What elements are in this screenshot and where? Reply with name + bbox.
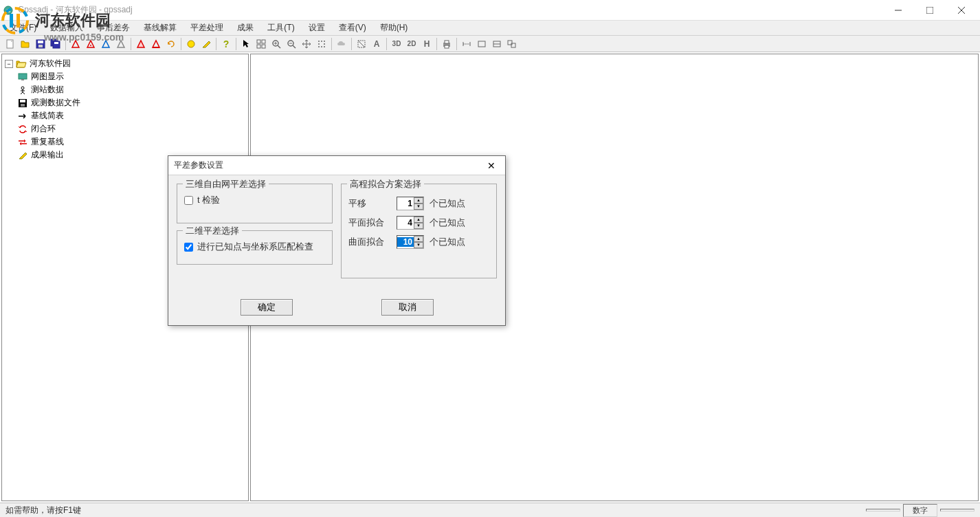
tree-item-repeat[interactable]: 重复基线 xyxy=(17,135,245,148)
grid-icon[interactable] xyxy=(254,37,268,51)
spin-down-icon[interactable]: ▼ xyxy=(414,223,423,229)
tri-gray-icon[interactable] xyxy=(114,37,128,51)
menu-view[interactable]: 查看(V) xyxy=(332,21,373,35)
group-2d: 二维平差选择 进行已知点与坐标系匹配检查 xyxy=(177,230,333,265)
tree-collapse-icon[interactable]: − xyxy=(5,60,13,68)
tri-red4-icon[interactable] xyxy=(149,37,163,51)
tree-item-station[interactable]: 测站数据 xyxy=(17,83,245,96)
cancel-button[interactable]: 取消 xyxy=(381,299,434,316)
svg-point-57 xyxy=(21,87,24,89)
spin-down-icon[interactable]: ▼ xyxy=(414,242,423,248)
coord-check-label: 进行已知点与坐标系匹配检查 xyxy=(197,241,313,253)
window-title: Gpssadj - 河东软件园 - gpssadj xyxy=(18,4,882,16)
menu-result[interactable]: 成果 xyxy=(230,21,260,35)
param-translate-label: 平移 xyxy=(348,197,397,210)
zoomin-icon[interactable] xyxy=(269,37,283,51)
menu-data-input[interactable]: 数据输入 xyxy=(43,21,90,35)
menubar: 文件(F) 数据输入 事后差务 基线解算 平差处理 成果 工具(T) 设置 查看… xyxy=(0,21,980,36)
tree-root-label: 河东软件园 xyxy=(30,58,71,69)
svg-rect-13 xyxy=(38,45,43,47)
param-surface-input[interactable] xyxy=(397,237,414,247)
menu-help[interactable]: 帮助(H) xyxy=(373,21,415,35)
tree-item-obsfile[interactable]: 观测数据文件 xyxy=(17,96,245,109)
ok-button[interactable]: 确定 xyxy=(241,299,293,316)
station-icon xyxy=(17,85,28,96)
tri-red3-icon[interactable] xyxy=(134,37,148,51)
tree-item-label: 成果输出 xyxy=(31,149,64,161)
close-button[interactable] xyxy=(946,0,977,21)
menu-baseline[interactable]: 基线解算 xyxy=(137,21,183,35)
tree-item-loop[interactable]: 闭合环 xyxy=(17,122,245,135)
svg-rect-7 xyxy=(926,7,933,14)
param-surface-spinner[interactable]: ▲▼ xyxy=(397,235,424,249)
maximize-button[interactable] xyxy=(914,0,946,21)
param-translate-suffix: 个已知点 xyxy=(430,197,465,210)
menu-settings[interactable]: 设置 xyxy=(302,21,332,35)
tri-red2-icon[interactable] xyxy=(84,37,98,51)
2d-icon[interactable]: 2D xyxy=(405,37,419,51)
menu-adjust[interactable]: 平差处理 xyxy=(183,21,230,35)
cloud-icon[interactable] xyxy=(335,37,348,51)
param-plane-input[interactable] xyxy=(397,218,414,228)
param-translate-input[interactable] xyxy=(397,199,414,208)
menu-post-diff[interactable]: 事后差务 xyxy=(90,21,137,35)
status-pane-num: 数字 xyxy=(903,504,937,517)
coord-check-checkbox[interactable] xyxy=(184,243,193,252)
svg-line-59 xyxy=(21,92,23,94)
3d-icon[interactable]: 3D xyxy=(390,37,403,51)
svg-line-30 xyxy=(293,45,296,48)
dialog-titlebar[interactable]: 平差参数设置 ✕ xyxy=(168,156,505,175)
pencil-icon[interactable] xyxy=(199,37,213,51)
svg-text:G: G xyxy=(6,8,10,14)
h-icon[interactable]: H xyxy=(420,37,434,51)
save-icon[interactable] xyxy=(34,37,47,51)
rect1-icon[interactable] xyxy=(475,37,489,51)
svg-point-35 xyxy=(321,41,322,42)
open-icon[interactable] xyxy=(19,37,32,51)
help-icon[interactable]: ? xyxy=(219,37,233,51)
statusbar: 如需帮助，请按F1键 数字 xyxy=(0,503,980,517)
new-icon[interactable] xyxy=(3,37,17,51)
status-pane-empty1 xyxy=(866,509,900,512)
t-test-label: t 检验 xyxy=(197,194,220,206)
tri-blue-icon[interactable] xyxy=(99,37,113,51)
dotted-icon[interactable] xyxy=(315,37,328,51)
param-plane-label: 平面拟合 xyxy=(348,217,397,229)
rect3-icon[interactable] xyxy=(505,37,519,51)
pan-icon[interactable] xyxy=(300,37,313,51)
spin-up-icon[interactable]: ▲ xyxy=(414,197,423,204)
svg-rect-55 xyxy=(19,74,27,79)
saveall-icon[interactable] xyxy=(49,37,63,51)
refresh-icon[interactable] xyxy=(164,37,178,51)
print-icon[interactable] xyxy=(440,37,454,51)
tree-root[interactable]: − 河东软件园 xyxy=(5,57,245,70)
dialog-close-button[interactable]: ✕ xyxy=(483,157,500,174)
t-test-checkbox[interactable] xyxy=(184,196,193,205)
svg-point-39 xyxy=(318,46,320,47)
circle-yellow-icon[interactable] xyxy=(184,37,198,51)
svg-point-19 xyxy=(188,41,194,47)
param-translate-spinner[interactable]: ▲▼ xyxy=(397,197,424,210)
spin-down-icon[interactable]: ▼ xyxy=(414,204,423,210)
param-plane-spinner[interactable]: ▲▼ xyxy=(397,216,424,230)
tree-item-label: 基线简表 xyxy=(31,110,64,122)
menu-tools[interactable]: 工具(T) xyxy=(260,21,301,35)
menu-file[interactable]: 文件(F) xyxy=(3,21,43,35)
minimize-button[interactable] xyxy=(882,0,914,21)
svg-point-17 xyxy=(90,45,91,46)
dialog-title: 平差参数设置 xyxy=(174,160,483,171)
tree-item-label: 重复基线 xyxy=(31,136,64,148)
svg-rect-63 xyxy=(20,100,25,102)
tree-item-baseline[interactable]: 基线简表 xyxy=(17,109,245,122)
pointer-icon[interactable] xyxy=(239,37,253,51)
tree-item-display[interactable]: 网图显示 xyxy=(17,70,245,83)
noselect-icon[interactable] xyxy=(355,37,368,51)
spin-up-icon[interactable]: ▲ xyxy=(414,236,423,242)
rect2-icon[interactable] xyxy=(490,37,504,51)
tri-red1-icon[interactable] xyxy=(69,37,82,51)
dash-icon[interactable] xyxy=(460,37,474,51)
text-a-icon[interactable]: A xyxy=(370,37,383,51)
zoomout-icon[interactable] xyxy=(285,37,298,51)
spin-up-icon[interactable]: ▲ xyxy=(414,217,423,223)
param-surface-label: 曲面拟合 xyxy=(348,236,397,248)
